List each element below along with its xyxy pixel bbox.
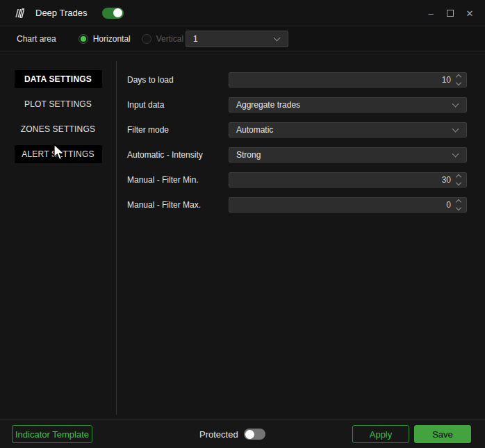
window-controls: – ✕ <box>421 0 479 26</box>
chart-number-select[interactable]: 1 <box>186 31 288 47</box>
sidebar-item-zones-settings[interactable]: ZONES SETTINGS <box>15 120 102 138</box>
content-area: DATA SETTINGS PLOT SETTINGS ZONES SETTIN… <box>0 51 485 419</box>
form-row: Days to load 10 <box>116 72 485 88</box>
spinner-icon[interactable] <box>457 75 461 85</box>
protected-toggle[interactable] <box>244 429 265 440</box>
radio-unselected-icon <box>142 34 151 44</box>
form-row: Filter mode Automatic <box>116 122 485 138</box>
form-row: Manual - Filter Max. 0 <box>116 197 485 213</box>
chart-area-label: Chart area <box>17 34 56 44</box>
select-value: Automatic <box>229 125 453 135</box>
number-value: 10 <box>229 75 457 85</box>
spinner-icon[interactable] <box>457 175 461 185</box>
apply-button-label: Apply <box>370 429 393 440</box>
chart-number-value: 1 <box>186 34 274 44</box>
field-label: Automatic - Intensity <box>116 150 229 160</box>
settings-sidebar: DATA SETTINGS PLOT SETTINGS ZONES SETTIN… <box>0 70 116 170</box>
maximize-icon <box>447 10 454 17</box>
chevron-down-icon <box>452 126 459 133</box>
sidebar-item-alert-settings[interactable]: ALERT SETTINGS <box>15 145 102 163</box>
toggle-knob <box>113 8 122 17</box>
radio-horizontal[interactable]: Horizontal <box>79 34 131 44</box>
chevron-down-icon <box>452 101 459 108</box>
minimize-icon: – <box>428 8 433 19</box>
form-row: Manual - Filter Min. 30 <box>116 172 485 188</box>
spinner-icon[interactable] <box>457 200 461 210</box>
toggle-knob <box>245 430 254 439</box>
sidebar-item-label: DATA SETTINGS <box>24 74 92 84</box>
number-value: 30 <box>229 175 457 185</box>
chevron-down-icon <box>452 151 459 158</box>
close-icon: ✕ <box>466 8 474 19</box>
indicator-template-label: Indicator Template <box>15 429 89 440</box>
select-value: Strong <box>229 150 453 160</box>
chart-area-bar: Chart area Horizontal Vertical 1 <box>0 26 485 51</box>
indicator-template-button[interactable]: Indicator Template <box>12 425 92 443</box>
field-label: Filter mode <box>116 125 229 135</box>
form-row: Automatic - Intensity Strong <box>116 147 485 163</box>
select-value: Aggregate trades <box>229 100 453 110</box>
radio-selected-icon <box>79 34 88 44</box>
save-button-label: Save <box>432 429 453 440</box>
footer-bar: Indicator Template Protected Apply Save <box>0 419 485 448</box>
protected-label: Protected <box>199 429 238 440</box>
sidebar-item-label: PLOT SETTINGS <box>24 99 92 109</box>
sidebar-item-data-settings[interactable]: DATA SETTINGS <box>15 70 102 88</box>
manual-filter-min-input[interactable]: 30 <box>229 172 467 188</box>
form-row: Input data Aggregate trades <box>116 97 485 113</box>
title-bar: Deep Trades – ✕ <box>0 0 485 26</box>
chevron-down-icon <box>274 34 281 41</box>
filter-mode-select[interactable]: Automatic <box>229 122 467 138</box>
close-button[interactable]: ✕ <box>460 0 479 26</box>
field-label: Manual - Filter Min. <box>116 175 229 185</box>
radio-vertical-label: Vertical <box>156 34 183 44</box>
sidebar-item-label: ZONES SETTINGS <box>21 124 95 134</box>
settings-form: Days to load 10 Input data Aggregate tra… <box>116 72 485 222</box>
minimize-button[interactable]: – <box>421 0 441 26</box>
save-button[interactable]: Save <box>414 425 471 443</box>
input-data-select[interactable]: Aggregate trades <box>229 97 467 113</box>
orientation-radio-group: Horizontal Vertical <box>79 34 195 44</box>
automatic-intensity-select[interactable]: Strong <box>229 147 467 163</box>
field-label: Input data <box>116 100 229 110</box>
sidebar-item-label: ALERT SETTINGS <box>22 149 94 159</box>
window-title: Deep Trades <box>35 8 87 18</box>
app-logo-icon <box>13 8 24 18</box>
maximize-button[interactable] <box>441 0 460 26</box>
field-label: Days to load <box>116 75 229 85</box>
indicator-settings-window: Deep Trades – ✕ Chart area Horizontal Ve… <box>0 0 485 448</box>
apply-button[interactable]: Apply <box>352 425 409 443</box>
indicator-enabled-toggle[interactable] <box>102 8 124 19</box>
radio-horizontal-label: Horizontal <box>93 34 131 44</box>
sidebar-item-plot-settings[interactable]: PLOT SETTINGS <box>15 95 102 113</box>
protected-group: Protected <box>199 420 265 448</box>
days-to-load-input[interactable]: 10 <box>229 72 467 88</box>
field-label: Manual - Filter Max. <box>116 200 229 210</box>
manual-filter-max-input[interactable]: 0 <box>229 197 467 213</box>
number-value: 0 <box>229 200 457 210</box>
radio-vertical[interactable]: Vertical <box>142 34 183 44</box>
